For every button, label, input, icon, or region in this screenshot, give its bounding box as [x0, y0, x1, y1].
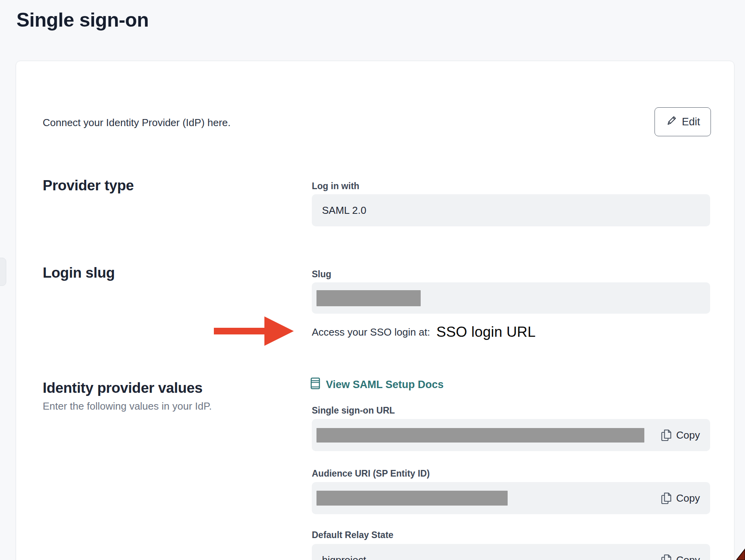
- login-slug-heading: Login slug: [43, 265, 115, 281]
- default-relay-state-field: bigproject Copy: [312, 544, 710, 560]
- corner-marker-icon: [736, 548, 745, 560]
- edit-button[interactable]: Edit: [655, 107, 711, 136]
- provider-type-field: SAML 2.0: [312, 194, 710, 226]
- sso-settings-card: Connect your Identity Provider (IdP) her…: [16, 61, 734, 560]
- idp-values-subheading: Enter the following values in your IdP.: [43, 400, 212, 412]
- edit-button-label: Edit: [682, 116, 700, 128]
- copy-button-label: Copy: [676, 492, 700, 504]
- provider-type-heading: Provider type: [43, 177, 134, 194]
- log-in-with-label: Log in with: [312, 181, 359, 191]
- audience-uri-label: Audience URI (SP Entity ID): [312, 468, 430, 479]
- copy-sso-url-button[interactable]: Copy: [661, 429, 700, 441]
- copy-icon: [661, 492, 672, 504]
- slug-label: Slug: [312, 269, 331, 280]
- copy-icon: [661, 429, 672, 441]
- provider-type-value: SAML 2.0: [322, 204, 366, 217]
- sso-url-redacted-value: [316, 428, 644, 443]
- copy-relay-state-button[interactable]: Copy: [661, 554, 700, 560]
- drawer-handle[interactable]: [0, 258, 6, 286]
- sso-url-label: Single sign-on URL: [312, 405, 395, 416]
- copy-audience-uri-button[interactable]: Copy: [661, 492, 700, 504]
- audience-uri-redacted-value: [316, 491, 508, 506]
- access-login-line: Access your SSO login at: SSO login URL: [312, 321, 536, 343]
- page-title: Single sign-on: [16, 9, 148, 31]
- document-icon: [311, 378, 320, 392]
- pencil-icon: [665, 115, 677, 129]
- view-saml-setup-docs-link[interactable]: View SAML Setup Docs: [311, 378, 444, 392]
- access-login-text: Access your SSO login at:: [312, 326, 430, 338]
- default-relay-state-label: Default Relay State: [312, 530, 393, 540]
- intro-text: Connect your Identity Provider (IdP) her…: [43, 117, 231, 129]
- copy-button-label: Copy: [676, 429, 700, 441]
- audience-uri-field: Copy: [312, 482, 710, 514]
- docs-link-label: View SAML Setup Docs: [326, 379, 444, 391]
- slug-redacted-value: [316, 290, 421, 306]
- copy-button-label: Copy: [676, 554, 700, 560]
- default-relay-state-value: bigproject: [322, 554, 366, 560]
- annotation-arrow-icon: [214, 316, 294, 347]
- slug-field: [312, 282, 710, 314]
- sso-login-url-annotation: SSO login URL: [436, 324, 536, 340]
- idp-values-heading: Identity provider values: [43, 380, 203, 396]
- copy-icon: [661, 554, 672, 560]
- sso-url-field: Copy: [312, 419, 710, 451]
